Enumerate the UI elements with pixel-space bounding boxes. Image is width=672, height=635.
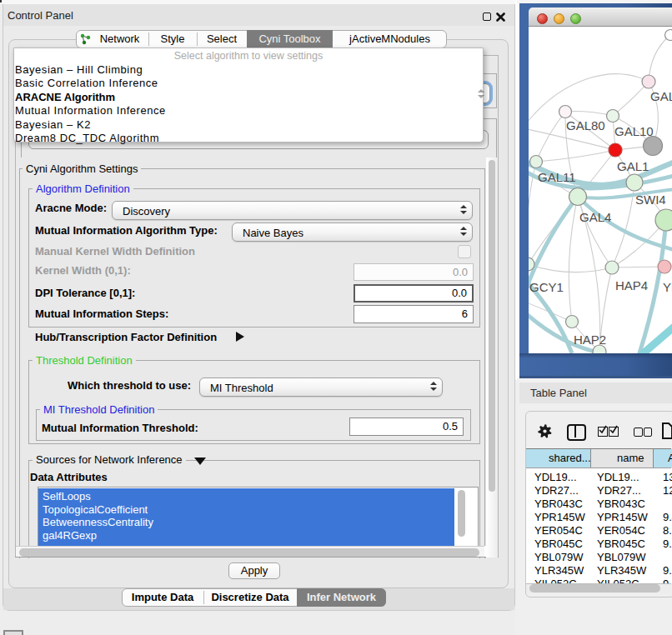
svg-text:GAL11: GAL11 <box>538 170 576 184</box>
svg-text:YE: YE <box>663 280 672 294</box>
svg-text:HAP4: HAP4 <box>615 278 648 292</box>
svg-text:GAL4: GAL4 <box>579 210 611 224</box>
svg-text:GAL10: GAL10 <box>614 124 654 138</box>
svg-text:GAL1: GAL1 <box>617 159 649 173</box>
svg-text:SWI4: SWI4 <box>635 192 666 207</box>
svg-text:GAL7: GAL7 <box>650 89 672 103</box>
svg-text:GAL80: GAL80 <box>566 118 605 132</box>
svg-text:GCY1: GCY1 <box>529 280 564 294</box>
svg-text:HAP2: HAP2 <box>574 332 606 347</box>
